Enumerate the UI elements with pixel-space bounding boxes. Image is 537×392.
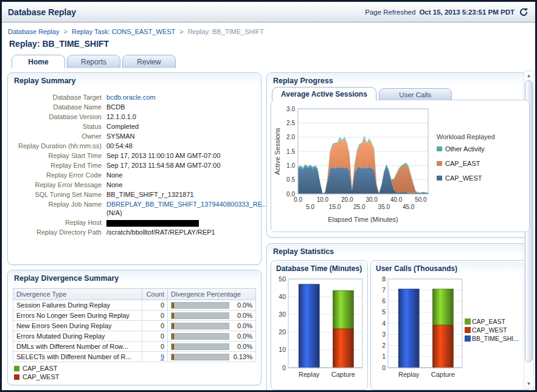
- legend-label: CAP_WEST: [472, 326, 507, 334]
- replay-summary-title: Replay Summary: [8, 73, 261, 87]
- svg-text:5: 5: [382, 308, 386, 315]
- right-column: Replay Progress Average Active Sessions …: [266, 72, 534, 385]
- svg-text:35.0: 35.0: [378, 204, 390, 210]
- replay-statistics-panel: Replay Statistics Database Time (Minutes…: [266, 243, 534, 390]
- svg-text:45.0: 45.0: [403, 204, 415, 210]
- percentage-bar: [171, 354, 229, 360]
- svg-text:Capture: Capture: [331, 371, 355, 378]
- field-label: Replay Job Name: [10, 200, 102, 217]
- active-sessions-chart-box: 0.00.51.01.52.02.53.00.05.010.015.020.02…: [271, 100, 530, 232]
- divergence-table: Divergence Type Count Divergence Percent…: [13, 288, 256, 362]
- database-time-chart-box: Database Time (Minutes) 01020304050Repla…: [271, 260, 368, 390]
- legend-label: BB_TIME_SHI...: [472, 334, 519, 343]
- divergence-count: 0: [142, 342, 168, 352]
- svg-text:2: 2: [382, 342, 386, 349]
- divergence-legend: CAP_EAST CAP_WEST: [13, 362, 256, 382]
- svg-text:1.0: 1.0: [286, 162, 295, 169]
- page-refreshed-area: Page Refreshed Oct 15, 2013 5:23:51 PM P…: [365, 7, 529, 18]
- divergence-count: 0: [142, 311, 168, 321]
- divergence-type: SELECTs with Different Number of R...: [13, 352, 142, 362]
- left-column: Replay Summary Database Target bcdb.orac…: [7, 72, 262, 385]
- field-label: SQL Tuning Set Name: [10, 190, 102, 199]
- svg-text:20.0: 20.0: [341, 196, 353, 203]
- legend-label: CAP_EAST: [445, 160, 480, 167]
- breadcrumb: Database Replay > Replay Task: CONS_EAST…: [2, 22, 535, 36]
- statistics-legend: CAP_EAST CAP_WEST BB_TIME_SHI...: [465, 317, 519, 343]
- breadcrumb-database-replay[interactable]: Database Replay: [8, 28, 59, 35]
- legend-label: CAP_EAST: [472, 317, 505, 326]
- page-refreshed-label: Page Refreshed: [365, 9, 415, 16]
- field-label: Replay End Time: [10, 161, 102, 170]
- breadcrumb-replay-task[interactable]: Replay Task: CONS_EAST_WEST: [72, 28, 175, 35]
- col-divergence-percentage: Divergence Percentage: [168, 289, 256, 300]
- cap-west-swatch: [465, 327, 471, 333]
- breadcrumb-separator: >: [177, 28, 185, 35]
- svg-text:40.0: 40.0: [390, 196, 403, 203]
- scroll-up-icon[interactable]: ▲: [524, 71, 533, 80]
- svg-text:0.5: 0.5: [286, 176, 295, 183]
- svg-text:0.0: 0.0: [294, 196, 302, 203]
- main-tabs: Home Reports Review: [2, 53, 535, 68]
- svg-text:25.0: 25.0: [353, 204, 366, 210]
- replay-job-suffix: (N/A): [106, 209, 122, 216]
- replay-summary-body: Database Target bcdb.oracle.com Database…: [8, 87, 261, 240]
- field-label: Database Target: [10, 93, 102, 101]
- breadcrumb-current: Replay: BB_TIME_SHIFT: [188, 28, 264, 35]
- cap-west-swatch: [14, 374, 19, 380]
- svg-text:50.0: 50.0: [415, 196, 427, 203]
- breadcrumb-separator: >: [61, 28, 69, 35]
- replay-job-link[interactable]: DBREPLAY_BB_TIME_SHIFT_1379440800333_RE.…: [106, 201, 268, 208]
- workload-legend: Workload Replayed Other Activity CAP_EAS…: [437, 104, 501, 230]
- user-calls-bar-chart: 012345678ReplayCapture: [373, 274, 465, 386]
- replay-progress-title: Replay Progress: [267, 73, 533, 87]
- cap-east-swatch: [465, 318, 471, 325]
- divergence-title: Replay Divergence Summary: [8, 270, 261, 284]
- svg-text:3.0: 3.0: [286, 106, 295, 112]
- field-value: 12.1.0.1.0: [106, 112, 268, 121]
- field-label: Replay Error Message: [10, 181, 102, 189]
- table-row: SELECTs with Different Number of R... 9 …: [13, 352, 256, 362]
- tab-review[interactable]: Review: [122, 55, 176, 68]
- svg-text:15.0: 15.0: [329, 204, 341, 210]
- percentage-value: 0.0%: [232, 322, 252, 329]
- tab-home[interactable]: Home: [12, 55, 65, 68]
- tab-average-active-sessions[interactable]: Average Active Sessions: [272, 87, 376, 100]
- field-value: BCDB: [106, 103, 268, 111]
- svg-text:20: 20: [279, 328, 286, 335]
- svg-text:7: 7: [382, 286, 386, 294]
- tab-user-calls[interactable]: User Calls: [379, 88, 452, 100]
- replay-statistics-title: Replay Statistics: [267, 244, 533, 258]
- svg-text:Capture: Capture: [431, 371, 455, 378]
- table-row: Errors No Longer Seen During Replay 0 0.…: [13, 311, 256, 321]
- divergence-count: 0: [142, 321, 168, 331]
- svg-text:Active Sessions: Active Sessions: [274, 128, 281, 175]
- svg-text:5.0: 5.0: [306, 204, 314, 210]
- percentage-bar: [171, 333, 229, 340]
- svg-text:10.0: 10.0: [317, 196, 329, 203]
- database-target-link[interactable]: bcdb.oracle.com: [106, 94, 156, 101]
- cap-west-swatch: [437, 176, 442, 181]
- active-sessions-area-chart: 0.00.51.01.52.02.53.00.05.010.015.020.02…: [274, 104, 437, 230]
- svg-text:6: 6: [382, 297, 386, 304]
- percentage-bar: [171, 312, 229, 319]
- select-divergence-count-link[interactable]: 9: [161, 353, 164, 360]
- divergence-type: Errors No Longer Seen During Replay: [13, 311, 142, 321]
- refresh-icon[interactable]: [518, 7, 529, 18]
- replay-host-redacted: [106, 220, 199, 227]
- field-label: Owner: [10, 132, 102, 140]
- percentage-value: 0.0%: [232, 343, 252, 350]
- svg-text:1: 1: [382, 352, 386, 360]
- col-divergence-type: Divergence Type: [13, 289, 142, 300]
- replay-summary-panel: Replay Summary Database Target bcdb.orac…: [7, 72, 262, 265]
- field-label: Status: [10, 122, 102, 131]
- svg-text:0: 0: [382, 364, 386, 371]
- field-label: Database Version: [10, 112, 102, 121]
- field-label: Replay Directory Path: [10, 228, 102, 236]
- percentage-bar: [171, 323, 229, 329]
- field-label: Replay Host: [10, 218, 102, 227]
- scroll-down-icon[interactable]: ▼: [524, 379, 533, 388]
- divergence-type: Errors Mutated During Replay: [13, 331, 142, 342]
- svg-text:50: 50: [279, 275, 286, 283]
- field-value: 00:54:48: [106, 142, 268, 150]
- tab-reports[interactable]: Reports: [67, 55, 120, 68]
